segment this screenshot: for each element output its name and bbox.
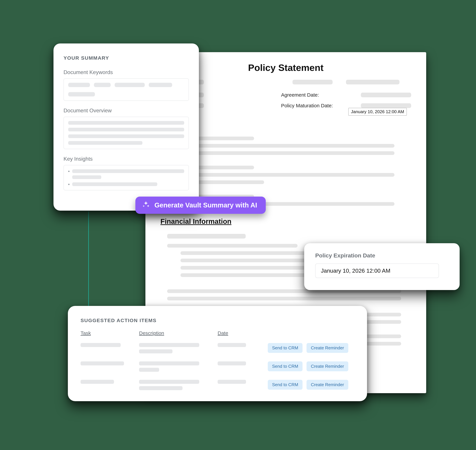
col-task: Task xyxy=(81,330,132,336)
keywords-box xyxy=(64,78,189,101)
agreement-date-label: Agreement Date: xyxy=(281,92,341,98)
expiration-label: Policy Expiration Date xyxy=(315,252,449,259)
send-to-crm-button[interactable]: Send to CRM xyxy=(268,361,303,371)
insights-label: Key Insights xyxy=(64,156,189,162)
section-financial-heading: Financial Information xyxy=(160,218,411,225)
maturation-date-tag: January 10, 2026 12:00 AM xyxy=(348,108,407,116)
maturation-date-label: Policy Maturation Date: xyxy=(281,103,341,108)
expiration-popover: Policy Expiration Date January 10, 2026 … xyxy=(304,243,460,290)
expiration-value-field[interactable]: January 10, 2026 12:00 AM xyxy=(315,263,439,278)
keywords-label: Document Keywords xyxy=(64,69,189,75)
summary-heading: YOUR SUMMARY xyxy=(64,55,189,61)
generate-ai-summary-button[interactable]: Generate Vault Summary with AI xyxy=(135,197,266,214)
create-reminder-button[interactable]: Create Reminder xyxy=(306,343,348,353)
sparkle-icon xyxy=(142,201,150,210)
overview-label: Document Overview xyxy=(64,107,189,114)
col-description: Description xyxy=(139,330,211,336)
create-reminder-button[interactable]: Create Reminder xyxy=(306,361,348,371)
generate-ai-label: Generate Vault Summary with AI xyxy=(154,201,257,209)
send-to-crm-button[interactable]: Send to CRM xyxy=(268,380,303,390)
action-items-heading: SUGGESTED ACTION ITEMS xyxy=(81,318,354,323)
summary-card: YOUR SUMMARY Document Keywords Document … xyxy=(53,43,199,211)
insights-box xyxy=(64,165,189,190)
create-reminder-button[interactable]: Create Reminder xyxy=(306,380,348,390)
col-date: Date xyxy=(217,330,261,336)
send-to-crm-button[interactable]: Send to CRM xyxy=(268,343,303,353)
overview-box xyxy=(64,117,189,149)
action-items-card: SUGGESTED ACTION ITEMS Task Description … xyxy=(68,306,367,401)
